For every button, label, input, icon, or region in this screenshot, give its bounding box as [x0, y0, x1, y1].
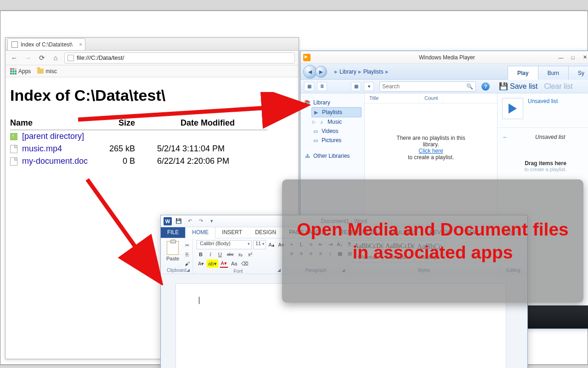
- back-button[interactable]: ←: [9, 53, 19, 63]
- wmp-search[interactable]: 🔍: [379, 81, 476, 92]
- italic-button[interactable]: I: [206, 250, 215, 259]
- tab-burn[interactable]: Burn: [538, 66, 569, 80]
- create-playlist-link[interactable]: Click here: [418, 148, 443, 154]
- group-label: Clipboard: [164, 268, 189, 273]
- qat-undo-button[interactable]: ↶: [186, 217, 194, 225]
- wmp-empty-state: There are no playlists in this library. …: [365, 135, 497, 161]
- parent-link[interactable]: [parent directory]: [22, 132, 84, 141]
- apps-icon: [10, 68, 17, 75]
- copy-button[interactable]: ⎘: [183, 250, 191, 259]
- apps-shortcut[interactable]: Apps: [10, 68, 31, 75]
- bold-button[interactable]: B: [197, 250, 205, 259]
- view-button[interactable]: ▦: [351, 82, 361, 91]
- address-bar[interactable]: [64, 52, 295, 63]
- grow-font-button[interactable]: A▴: [267, 241, 276, 249]
- up-icon: [10, 133, 17, 140]
- file-row[interactable]: music.mp4 265 kB 5/2/14 3:11:04 PM: [10, 143, 267, 155]
- tab-close-button[interactable]: ×: [79, 41, 82, 48]
- browser-tab[interactable]: Index of C:\Data\test\ ×: [7, 38, 85, 50]
- wmp-maximize-button[interactable]: □: [567, 53, 579, 62]
- tab-design[interactable]: DESIGN: [249, 227, 283, 238]
- back-arrow-icon[interactable]: ←: [502, 133, 509, 141]
- help-button[interactable]: ?: [481, 82, 490, 91]
- tab-file[interactable]: FILE: [161, 227, 185, 238]
- organize-button[interactable]: ▦: [304, 82, 314, 91]
- tab-insert[interactable]: INSERT: [215, 227, 249, 238]
- crumb-playlists[interactable]: Playlists: [363, 69, 384, 75]
- home-button[interactable]: ⌂: [51, 53, 61, 63]
- wmp-breadcrumb[interactable]: ▶ Library ▶ Playlists ▶: [334, 69, 389, 75]
- superscript-button[interactable]: x²: [246, 250, 254, 259]
- wmp-mode-tabs: Play Burn Sy: [508, 64, 588, 80]
- file-size: 265 kB: [97, 143, 148, 155]
- library-icon: 📚: [304, 99, 311, 106]
- font-family-select[interactable]: Calibri (Body): [197, 240, 252, 249]
- tab-home[interactable]: HOME: [185, 226, 215, 238]
- tree-library[interactable]: 📚Library: [303, 98, 362, 107]
- file-row[interactable]: my-document.doc 0 B 6/22/14 2:20:06 PM: [10, 155, 267, 167]
- dialog-launcher-icon[interactable]: ◢: [277, 268, 282, 272]
- text-effects-button[interactable]: A▾: [197, 259, 205, 268]
- file-link[interactable]: my-document.doc: [22, 156, 88, 166]
- file-link[interactable]: music.mp4: [22, 144, 62, 153]
- dialog-launcher-icon[interactable]: ◢: [187, 268, 191, 272]
- clear-list-button[interactable]: Clear list: [544, 82, 572, 91]
- tree-playlists[interactable]: ▶Playlists: [311, 107, 362, 117]
- clear-formatting-button[interactable]: ⌫: [240, 259, 250, 268]
- reload-button[interactable]: ⟳: [37, 53, 47, 63]
- underline-button[interactable]: U: [216, 250, 224, 259]
- col-title[interactable]: Title: [365, 93, 420, 103]
- col-date: Date Modified: [148, 116, 267, 130]
- crumb-library[interactable]: Library: [339, 69, 356, 75]
- tab-sync[interactable]: Sy: [568, 66, 588, 80]
- view-dropdown[interactable]: ▾: [364, 82, 374, 91]
- wmp-nav-bar: ◄ ► ▶ Library ▶ Playlists ▶ Play Burn Sy: [300, 64, 588, 80]
- qat-save-button[interactable]: 💾: [175, 217, 183, 225]
- wmp-forward-button[interactable]: ►: [315, 66, 327, 78]
- unsaved-list-link[interactable]: Unsaved list: [528, 98, 558, 104]
- tree-music[interactable]: ▷♪Music: [311, 117, 362, 126]
- file-icon: [10, 157, 17, 166]
- page-icon: [68, 55, 74, 61]
- bookmarks-bar: Apps misc: [6, 65, 299, 77]
- wmp-search-input[interactable]: [382, 83, 466, 90]
- browser-toolbar: ← → ⟳ ⌂: [6, 51, 299, 65]
- change-case-button[interactable]: Aa: [230, 259, 238, 268]
- tab-play[interactable]: Play: [508, 66, 538, 80]
- tree-other-libraries[interactable]: 🖧Other Libraries: [303, 151, 362, 161]
- font-color-button[interactable]: A▾: [220, 259, 228, 268]
- wmp-minimize-button[interactable]: —: [555, 53, 567, 62]
- format-painter-button[interactable]: 🖌: [183, 259, 191, 268]
- ribbon-group-clipboard: Paste ✂ ⎘ 🖌 Clipboard ◢: [161, 238, 193, 274]
- folder-icon: [37, 69, 44, 74]
- col-count[interactable]: Count: [420, 93, 443, 103]
- url-input[interactable]: [77, 54, 292, 61]
- tree-videos[interactable]: ▭Videos: [311, 126, 362, 136]
- wmp-titlebar: Windows Media Player — □ ✕: [300, 51, 588, 64]
- paste-button[interactable]: Paste: [164, 240, 181, 268]
- highlight-button[interactable]: ab▾: [207, 259, 218, 268]
- subscript-button[interactable]: x₂: [237, 250, 245, 259]
- ribbon-group-font: Calibri (Body) 11 A▴ A▾ B I U abc x₂ x²: [193, 238, 284, 274]
- tree-pictures[interactable]: ▭Pictures: [311, 136, 362, 145]
- file-date: 5/2/14 3:11:04 PM: [148, 143, 267, 155]
- stream-button[interactable]: ≣: [317, 82, 327, 91]
- qat-customize-button[interactable]: ▾: [208, 217, 216, 225]
- chevron-right-icon: ▶: [385, 69, 389, 74]
- wmp-close-button[interactable]: ✕: [579, 53, 588, 62]
- tab-title: Index of C:\Data\test\: [21, 41, 73, 48]
- parent-row[interactable]: [parent directory]: [10, 130, 267, 143]
- cut-button[interactable]: ✂: [183, 241, 191, 249]
- search-icon: 🔍: [466, 83, 473, 90]
- annotation-text: Open Media and Document files in associa…: [296, 218, 570, 264]
- file-size: 0 B: [97, 155, 148, 167]
- clipboard-icon: [167, 241, 179, 255]
- forward-button[interactable]: →: [23, 53, 33, 63]
- qat-redo-button[interactable]: ↷: [197, 217, 205, 225]
- text-cursor: [199, 297, 199, 304]
- strikethrough-button[interactable]: abc: [226, 250, 235, 259]
- bookmark-misc[interactable]: misc: [37, 68, 57, 75]
- directory-listing: Name Size Date Modified [parent director…: [10, 116, 267, 167]
- save-list-button[interactable]: 💾Save list: [499, 82, 537, 91]
- font-size-select[interactable]: 11: [253, 240, 266, 249]
